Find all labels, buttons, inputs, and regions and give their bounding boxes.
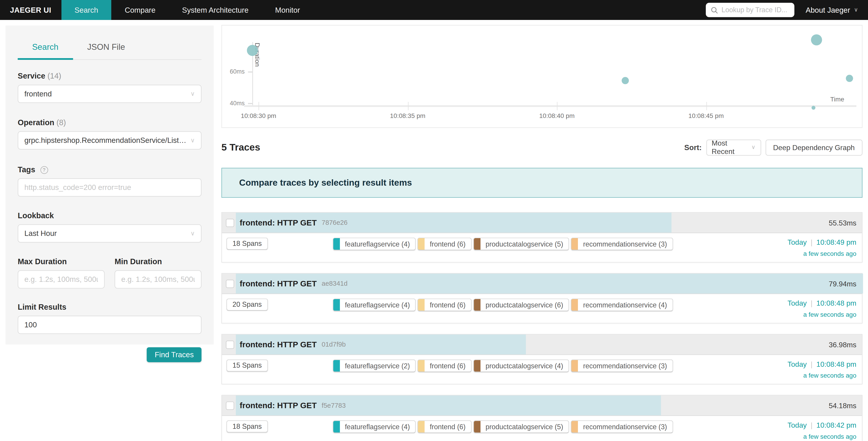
trace-time-link[interactable]: 10:08:42 pm (816, 421, 857, 429)
trace-duration: 36.98ms (829, 334, 857, 355)
trace-id-lookup-input[interactable] (722, 6, 790, 14)
operation-select[interactable]: grpc.hipstershop.RecommendationService/L… (18, 131, 202, 150)
trace-row-header[interactable]: frontend: HTTP GET f5e7783 54.18ms (222, 395, 862, 416)
results-column: Duration Time 10:08:30 pm10:08:35 pm10:0… (221, 25, 863, 441)
service-tag-pill: frontend (6) (418, 420, 472, 433)
about-jaeger-menu[interactable]: About Jaeger ∨ (806, 6, 858, 14)
tag-color-stripe (571, 360, 578, 372)
time-separator: | (810, 299, 812, 307)
service-tag-pill: productcatalogservice (5) (473, 420, 569, 433)
trace-time-link[interactable]: 10:08:49 pm (816, 238, 857, 246)
trace-row-body: 18 Spans featureflagservice (4)frontend … (222, 233, 862, 262)
trace-date-link[interactable]: Today (787, 421, 807, 429)
trace-row-header[interactable]: frontend: HTTP GET 7876e26 55.53ms (222, 212, 862, 233)
service-tag-pill: recommendationservice (3) (571, 420, 673, 433)
x-tick-label: 10:08:30 pm (228, 113, 289, 119)
tag-color-stripe (474, 238, 480, 250)
trace-row-header[interactable]: frontend: HTTP GET 01d7f9b 36.98ms (222, 334, 862, 355)
scatter-point[interactable] (811, 34, 822, 46)
trace-times: Today|10:08:48 pm a few seconds ago (787, 299, 856, 318)
trace-date-link[interactable]: Today (787, 360, 807, 368)
deep-dependency-graph-button[interactable]: Deep Dependency Graph (765, 139, 862, 155)
service-select[interactable]: frontend ∨ (18, 85, 202, 103)
x-axis-label: Time (830, 96, 844, 102)
tab-search[interactable]: Search (18, 33, 73, 60)
trace-checkbox[interactable] (226, 341, 234, 349)
min-duration-input[interactable] (121, 275, 195, 284)
top-nav: JAEGER UI Search Compare System Architec… (0, 0, 868, 20)
tag-color-stripe (474, 421, 480, 432)
y-tick-mark (248, 103, 253, 104)
nav-item-monitor[interactable]: Monitor (262, 0, 313, 20)
tags-input[interactable] (25, 183, 195, 192)
nav-item-search[interactable]: Search (61, 0, 112, 20)
service-tag-label: recommendationservice (3) (583, 362, 667, 370)
chevron-down-icon: ∨ (190, 91, 195, 97)
service-tag-label: frontend (6) (430, 362, 465, 370)
trace-checkbox[interactable] (226, 402, 234, 410)
tag-color-stripe (418, 360, 425, 372)
max-duration-field (18, 270, 104, 289)
sort-label: Sort: (684, 143, 702, 151)
operation-select-value: grpc.hipstershop.RecommendationService/L… (25, 136, 188, 145)
lookback-select-value: Last Hour (25, 229, 57, 238)
lookback-select[interactable]: Last Hour ∨ (18, 224, 202, 243)
trace-checkbox[interactable] (226, 280, 234, 288)
nav-item-compare[interactable]: Compare (112, 0, 169, 20)
trace-duration: 55.53ms (829, 212, 857, 233)
service-tag-pill: featureflagservice (4) (333, 299, 416, 311)
x-tick-mark (258, 102, 259, 110)
trace-id-lookup[interactable] (706, 3, 795, 17)
nav-right: About Jaeger ∨ (706, 0, 868, 20)
trace-time-link[interactable]: 10:08:48 pm (816, 360, 857, 368)
limit-results-label: Limit Results (18, 302, 202, 311)
trace-date-link[interactable]: Today (787, 299, 807, 307)
trace-times: Today|10:08:48 pm a few seconds ago (787, 360, 856, 379)
tags-field (18, 178, 202, 197)
time-separator: | (810, 360, 812, 368)
tag-color-stripe (418, 421, 425, 432)
tab-json-file[interactable]: JSON File (73, 33, 140, 59)
service-tag-pill: featureflagservice (2) (333, 359, 416, 372)
service-tag-pill: productcatalogservice (5) (473, 238, 569, 251)
scatter-point[interactable] (812, 106, 815, 110)
service-tag-pill: featureflagservice (4) (333, 420, 416, 433)
trace-id: f5e7783 (322, 402, 346, 409)
service-tag-pill: featureflagservice (4) (333, 238, 416, 251)
service-select-value: frontend (25, 90, 52, 98)
trace-title-group: frontend: HTTP GET 01d7f9b (240, 334, 345, 355)
limit-results-input[interactable] (25, 321, 195, 329)
trace-row: frontend: HTTP GET f5e7783 54.18ms 18 Sp… (221, 395, 863, 441)
x-tick-mark (557, 102, 557, 110)
help-icon[interactable]: ? (40, 166, 48, 174)
scatter-point[interactable] (846, 75, 853, 82)
find-traces-button[interactable]: Find Traces (147, 347, 202, 362)
service-tag-pill: productcatalogservice (4) (473, 359, 569, 372)
nav-item-system-architecture[interactable]: System Architecture (169, 0, 262, 20)
trace-row-header[interactable]: frontend: HTTP GET ae8341d 79.94ms (222, 274, 862, 294)
sort-select[interactable]: Most Recent ∨ (706, 139, 761, 155)
max-duration-label: Max Duration (18, 257, 104, 266)
service-tag-label: recommendationservice (3) (583, 240, 667, 248)
trace-row-body: 18 Spans featureflagservice (4)frontend … (222, 416, 862, 441)
jaeger-brand: JAEGER UI (0, 0, 61, 20)
tag-color-stripe (333, 360, 340, 372)
service-tag-pill: frontend (6) (418, 299, 472, 311)
service-label: Service (14) (18, 71, 202, 80)
trace-title-group: frontend: HTTP GET ae8341d (240, 274, 347, 294)
about-jaeger-label: About Jaeger (806, 6, 850, 14)
trace-checkbox[interactable] (226, 219, 234, 227)
limit-results-field (18, 316, 202, 334)
service-tag-pill: recommendationservice (4) (571, 299, 673, 311)
min-duration-label: Min Duration (115, 257, 202, 266)
search-icon (711, 6, 718, 13)
tag-color-stripe (571, 299, 578, 311)
compare-banner: Compare traces by selecting result items (221, 168, 863, 198)
trace-row: frontend: HTTP GET 01d7f9b 36.98ms 15 Sp… (221, 334, 863, 384)
trace-time-link[interactable]: 10:08:48 pm (816, 299, 857, 307)
service-tag-label: featureflagservice (4) (345, 423, 410, 431)
trace-date-link[interactable]: Today (787, 238, 807, 246)
scatter-point[interactable] (622, 77, 629, 84)
service-tags: featureflagservice (4)frontend (6)produc… (333, 238, 673, 251)
max-duration-input[interactable] (25, 275, 98, 284)
